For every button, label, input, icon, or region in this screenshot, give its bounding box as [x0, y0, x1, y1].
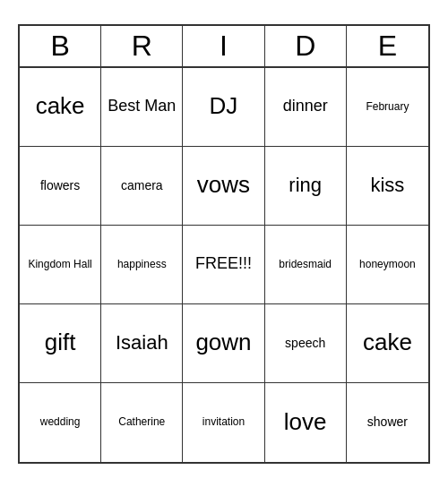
- cell-label: invitation: [202, 415, 245, 428]
- bingo-cell-r3-c2: gown: [183, 304, 264, 383]
- bingo-card: BRIDE cakeBest ManDJdinnerFebruaryflower…: [18, 24, 430, 464]
- bingo-grid: cakeBest ManDJdinnerFebruaryflowerscamer…: [20, 68, 428, 462]
- cell-label: honeymoon: [359, 258, 416, 270]
- header-cell-e: E: [347, 26, 428, 66]
- bingo-cell-r0-c4: February: [347, 68, 428, 147]
- bingo-cell-r4-c0: wedding: [20, 383, 101, 462]
- bingo-cell-r4-c3: love: [265, 383, 347, 462]
- cell-label: gown: [195, 329, 251, 356]
- cell-label: kiss: [370, 174, 404, 197]
- cell-label: happiness: [117, 258, 167, 270]
- header-cell-i: I: [183, 26, 264, 66]
- cell-label: cake: [363, 329, 412, 356]
- bingo-cell-r0-c0: cake: [20, 68, 101, 147]
- cell-label: Kingdom Hall: [28, 258, 91, 270]
- bingo-cell-r1-c4: kiss: [347, 147, 428, 226]
- header-cell-b: B: [20, 26, 101, 66]
- cell-label: love: [284, 408, 327, 436]
- cell-label: DJ: [210, 92, 238, 120]
- cell-label: gift: [45, 329, 76, 356]
- header-row: BRIDE: [20, 26, 428, 68]
- bingo-cell-r2-c1: happiness: [101, 226, 183, 304]
- bingo-cell-r3-c3: speech: [265, 304, 347, 383]
- cell-label: dinner: [283, 97, 328, 116]
- cell-label: ring: [289, 174, 322, 197]
- bingo-cell-r1-c0: flowers: [20, 147, 101, 226]
- cell-label: February: [366, 100, 409, 113]
- bingo-cell-r4-c2: invitation: [183, 383, 264, 462]
- bingo-cell-r1-c2: vows: [183, 147, 264, 226]
- bingo-cell-r4-c4: shower: [347, 383, 428, 462]
- header-cell-d: D: [265, 26, 347, 66]
- cell-label: Catherine: [118, 415, 165, 428]
- cell-label: wedding: [40, 415, 81, 428]
- bingo-cell-r1-c3: ring: [265, 147, 347, 226]
- cell-label: cake: [36, 92, 85, 120]
- bingo-cell-r4-c1: Catherine: [101, 383, 183, 462]
- cell-label: FREE!!!: [195, 254, 252, 274]
- bingo-cell-r2-c2: FREE!!!: [183, 226, 264, 304]
- cell-label: camera: [121, 178, 163, 193]
- bingo-cell-r2-c0: Kingdom Hall: [20, 226, 101, 304]
- bingo-cell-r2-c3: bridesmaid: [265, 226, 347, 304]
- bingo-cell-r1-c1: camera: [101, 147, 183, 226]
- cell-label: vows: [197, 171, 250, 199]
- cell-label: bridesmaid: [279, 258, 332, 270]
- cell-label: shower: [367, 414, 408, 430]
- bingo-cell-r0-c1: Best Man: [101, 68, 183, 147]
- cell-label: speech: [285, 336, 325, 351]
- bingo-cell-r0-c2: DJ: [183, 68, 264, 147]
- cell-label: flowers: [40, 178, 80, 193]
- header-cell-r: R: [101, 26, 183, 66]
- cell-label: Best Man: [108, 97, 176, 116]
- bingo-cell-r3-c1: Isaiah: [101, 304, 183, 383]
- bingo-cell-r2-c4: honeymoon: [347, 226, 428, 304]
- bingo-cell-r3-c4: cake: [347, 304, 428, 383]
- bingo-cell-r0-c3: dinner: [265, 68, 347, 147]
- cell-label: Isaiah: [116, 331, 168, 355]
- bingo-cell-r3-c0: gift: [20, 304, 101, 383]
